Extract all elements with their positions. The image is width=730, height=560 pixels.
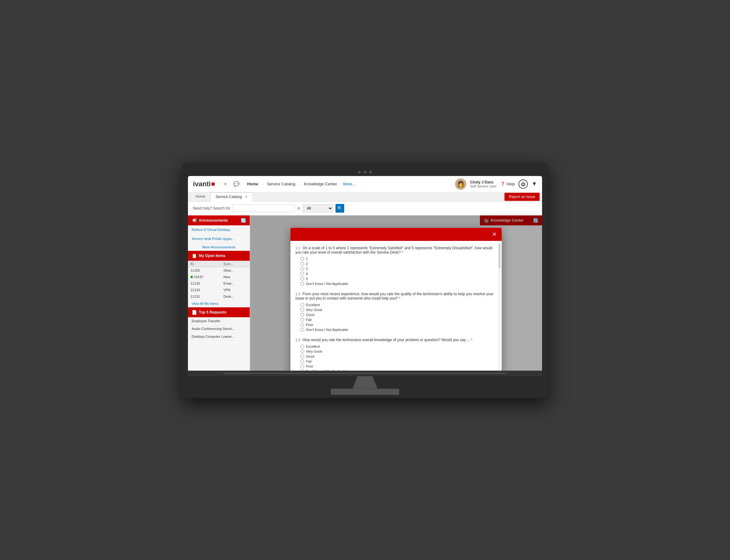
view-all-link[interactable]: View All My Items	[188, 300, 250, 307]
power-button[interactable]: ⏻	[519, 179, 528, 189]
add-button[interactable]: +	[221, 180, 229, 188]
top5-item-1[interactable]: Employee Transfer	[188, 317, 250, 325]
q2-text: From your most recent experience, how wo…	[295, 292, 493, 300]
q3-number: 1.3	[295, 338, 300, 342]
q2-option-excellent[interactable]: Excellent	[300, 303, 497, 307]
top5-item-2[interactable]: Audio Conferencing Servic...	[188, 325, 250, 333]
table-row[interactable]: 11135 Emai...	[188, 280, 250, 287]
q1-option-5[interactable]: 5	[300, 277, 497, 281]
monitor-bottom-bar	[188, 371, 542, 376]
stand-neck	[352, 376, 378, 389]
modal-header: ✕	[290, 228, 502, 241]
question-1-2: 1.2 From your most recent experience, ho…	[295, 292, 497, 332]
help-icon: ❓	[500, 182, 505, 186]
table-row[interactable]: 11155 Slow...	[188, 267, 250, 273]
q3-option-excellent[interactable]: Excellent	[300, 345, 497, 348]
q2-option-poor[interactable]: Poor	[300, 323, 497, 327]
monitor: ivanti + 💬 Home · Service Catalog · Know…	[182, 162, 548, 398]
nav-knowledge-center[interactable]: Knowledge Center	[301, 180, 339, 187]
top5-header: 📄 Top 5 Requests	[188, 307, 250, 317]
table-row[interactable]: 11133 VPN	[188, 287, 250, 293]
table-row[interactable]: 10197 New	[188, 273, 250, 280]
q1-text: On a scale of 1 to 5 where 1 represents …	[295, 246, 492, 255]
q1-option-1[interactable]: 1	[300, 257, 497, 261]
q1-option-3[interactable]: 3	[300, 267, 497, 271]
search-scope-select[interactable]: All Services Knowledge	[302, 204, 333, 212]
row-id: 11155	[188, 267, 221, 273]
tabbar: Home Service Catalog ✕ Report an Issue	[188, 192, 542, 201]
open-items-title: My Open Items	[199, 254, 225, 258]
user-role: Self Service User	[470, 184, 497, 188]
tab-close-icon[interactable]: ✕	[245, 195, 247, 199]
tab-home[interactable]: Home	[190, 192, 210, 201]
open-items-header: 📋 My Open Items	[188, 251, 250, 261]
search-label: Need help? Search for	[193, 206, 230, 210]
q2-option-verygood[interactable]: Very Good	[300, 308, 497, 312]
q3-option-verygood[interactable]: Very Good	[300, 350, 497, 353]
q1-option-na[interactable]: Don't Know / Not Applicable	[300, 282, 497, 286]
q3-options: Excellent Very Good Good Fair Poor Don't…	[295, 345, 497, 371]
top5-icon: 📄	[192, 310, 197, 315]
q1-number: 1.1	[295, 246, 300, 250]
avatar: 👩	[455, 178, 466, 190]
q3-option-na[interactable]: Don't Know / Not Applicable	[300, 369, 497, 371]
row-summary: VPN	[221, 287, 250, 293]
top5-title: Top 5 Requests	[199, 310, 226, 314]
announcements-title: Announcements	[199, 218, 228, 223]
row-id: 11131	[188, 293, 221, 300]
q2-required: *	[399, 296, 400, 300]
row-id: 11135	[188, 280, 221, 287]
q1-option-4[interactable]: 4	[300, 272, 497, 276]
q3-text: How would you rate the technicians overa…	[302, 338, 470, 342]
search-button[interactable]: 🔍	[335, 204, 344, 213]
q3-option-fair[interactable]: Fair	[300, 359, 497, 363]
topbar-icons: + 💬	[221, 180, 241, 188]
more-announcements-link[interactable]: More Announcements	[188, 243, 250, 251]
q1-options: 1 2 3 4 5 Don't Know / Not Applicable	[295, 257, 497, 286]
top5-item-3[interactable]: Desktop Computer Loaner...	[188, 333, 250, 341]
chat-button[interactable]: 💬	[232, 180, 241, 188]
modal-close-button[interactable]: ✕	[492, 231, 497, 238]
row-summary: Desk...	[221, 293, 250, 300]
modal-body: 1.1 On a scale of 1 to 5 where 1 represe…	[290, 241, 502, 371]
help-button[interactable]: ❓ Help	[500, 182, 515, 186]
logo-text: ivanti	[193, 180, 211, 188]
col-id: ID	[188, 261, 221, 267]
announcement-1[interactable]: Rollout of Virtual Desktop	[188, 225, 250, 234]
modal-scrollbar-thumb[interactable]	[499, 243, 501, 268]
nav-home[interactable]: Home	[244, 180, 261, 187]
tab-service-catalog[interactable]: Service Catalog ✕	[210, 192, 253, 201]
q2-option-na[interactable]: Don't Know / Not Applicable	[300, 328, 497, 332]
scroll-button[interactable]: ▼	[532, 181, 537, 187]
nav-more[interactable]: More...	[343, 182, 355, 186]
announcements-refresh-icon[interactable]: 🔄	[241, 218, 246, 223]
modal-scrollbar[interactable]	[499, 243, 501, 371]
camera-area	[188, 169, 542, 176]
logo-icon	[211, 183, 215, 186]
table-row[interactable]: 11131 Desk...	[188, 293, 250, 300]
q3-required: *	[471, 338, 472, 342]
q2-option-good[interactable]: Good	[300, 313, 497, 317]
sidebar: 📢 Announcements 🔄 Rollout of Virtual Des…	[188, 215, 250, 371]
announcement-2[interactable]: Service desk Portal Upgra...	[188, 234, 250, 243]
announcements-header: 📢 Announcements 🔄	[188, 215, 250, 225]
q1-option-2[interactable]: 2	[300, 262, 497, 266]
search-input[interactable]	[233, 205, 295, 212]
camera-dot-2	[364, 171, 366, 174]
row-summary: Emai...	[221, 280, 250, 287]
col-summary: Sum...	[221, 261, 250, 267]
q1-required: *	[402, 251, 403, 254]
topbar: ivanti + 💬 Home · Service Catalog · Know…	[188, 176, 542, 192]
camera-dot-1	[358, 171, 360, 174]
q3-option-poor[interactable]: Poor	[300, 364, 497, 368]
nav-service-catalog[interactable]: Service Catalog	[264, 180, 298, 187]
main-content: 📢 Announcements 🔄 Rollout of Virtual Des…	[188, 215, 542, 371]
row-id: 10197	[188, 273, 221, 280]
q3-option-good[interactable]: Good	[300, 355, 497, 358]
q2-option-fair[interactable]: Fair	[300, 318, 497, 322]
camera-dot-3	[370, 171, 372, 174]
logo: ivanti	[193, 180, 215, 188]
report-issue-button[interactable]: Report an Issue	[505, 193, 540, 201]
question-1-3: 1.3 How would you rate the technicians o…	[295, 338, 497, 371]
modal-overlay: ✕ 1.1 On a scale of 1 to 5 where 1 repre…	[250, 215, 542, 371]
